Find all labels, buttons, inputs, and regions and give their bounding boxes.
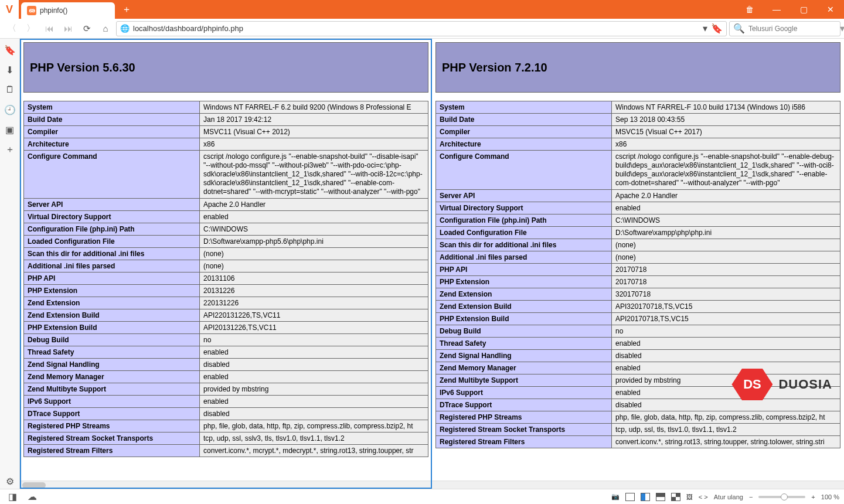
capture-icon[interactable]: 📷: [611, 493, 620, 500]
trash-button[interactable]: 🗑: [736, 0, 763, 19]
zoom-out-button[interactable]: −: [749, 493, 753, 500]
table-row: Zend Multibyte Supportprovided by mbstri…: [436, 374, 840, 387]
table-key: Build Date: [24, 114, 200, 126]
add-panel-icon[interactable]: ＋: [2, 142, 18, 157]
table-value: Windows NT FARREL-F 10.0 build 17134 (Wi…: [612, 101, 840, 114]
table-key: Zend Extension Build: [436, 301, 612, 313]
table-value: x86: [200, 138, 428, 151]
table-value: (none): [612, 239, 840, 251]
table-value: enabled: [612, 202, 840, 214]
tile-single-icon[interactable]: [625, 493, 635, 501]
scrollbar-thumb[interactable]: [22, 482, 46, 488]
table-row: Build DateSep 13 2018 00:43:55: [436, 114, 840, 126]
tile-horizontal-icon[interactable]: [656, 493, 665, 501]
right-pane[interactable]: PHP Version 7.2.10 SystemWindows NT FARR…: [432, 39, 844, 489]
table-row: Architecturex86: [436, 138, 840, 151]
downloads-panel-icon[interactable]: ⬇: [2, 62, 18, 77]
url-dropdown-icon[interactable]: ▾: [703, 23, 707, 34]
table-key: Registered Stream Socket Transports: [436, 424, 612, 436]
table-value: cscript /nologo configure.js "--enable-s…: [200, 151, 428, 199]
table-row: Zend Extension220131226: [24, 297, 428, 309]
table-key: Zend Memory Manager: [24, 371, 200, 383]
horizontal-scrollbar[interactable]: [20, 481, 844, 489]
search-input[interactable]: [748, 25, 836, 33]
table-row: Zend Extension BuildAPI320170718,TS,VC15: [436, 301, 840, 313]
table-row: Configure Commandcscript /nologo configu…: [436, 151, 840, 190]
table-value: (none): [612, 251, 840, 264]
minimize-button[interactable]: —: [763, 0, 790, 19]
url-field[interactable]: 🌐 ▾ 🔖: [116, 21, 727, 36]
reload-button[interactable]: ⟳: [79, 21, 95, 37]
table-value: C:\WINDOWS: [612, 214, 840, 227]
table-key: Virtual Directory Support: [436, 202, 612, 214]
table-key: Scan this dir for additional .ini files: [24, 248, 200, 260]
tab-title: phpinfo(): [40, 6, 67, 15]
table-value: C:\WINDOWS: [200, 223, 428, 236]
table-value: 20170718: [612, 264, 840, 276]
settings-icon[interactable]: ⚙: [2, 474, 18, 489]
table-key: Server API: [24, 199, 200, 211]
titlebar: V ഌ phpinfo() ＋ 🗑 — ▢ ✕: [0, 0, 844, 19]
tile-grid-icon[interactable]: [671, 493, 680, 501]
reset-zoom-button[interactable]: Atur ulang: [714, 493, 743, 500]
back-button[interactable]: 〈: [4, 21, 20, 37]
table-key: Debug Build: [436, 325, 612, 338]
tile-vertical-icon[interactable]: [641, 493, 650, 501]
forward-button[interactable]: 〉: [22, 21, 39, 37]
table-row: Scan this dir for additional .ini files(…: [24, 248, 428, 260]
bookmark-icon[interactable]: 🔖: [711, 23, 723, 34]
table-key: Additional .ini files parsed: [24, 260, 200, 273]
rewind-button[interactable]: ⏮: [41, 21, 57, 37]
table-row: Configure Commandcscript /nologo configu…: [24, 151, 428, 199]
table-value: enabled: [200, 396, 428, 408]
table-key: PHP Extension Build: [24, 322, 200, 334]
zoom-in-button[interactable]: +: [811, 493, 815, 500]
page-actions-icon[interactable]: < >: [699, 493, 708, 500]
phpinfo-table-left: SystemWindows NT FARREL-F 6.2 build 9200…: [23, 101, 428, 457]
window-panel-icon[interactable]: ▣: [2, 122, 18, 137]
images-toggle-icon[interactable]: 🖼: [686, 493, 693, 500]
zoom-slider-thumb[interactable]: [781, 493, 788, 500]
table-value: 220131226: [200, 297, 428, 309]
maximize-button[interactable]: ▢: [790, 0, 817, 19]
table-row: Loaded Configuration FileD:\Software\xam…: [436, 227, 840, 239]
browser-tab[interactable]: ഌ phpinfo(): [21, 2, 115, 19]
table-value: enabled: [200, 346, 428, 359]
table-key: Thread Safety: [24, 346, 200, 359]
table-value: D:\Software\xampp\php\php.ini: [612, 227, 840, 239]
new-tab-button[interactable]: ＋: [120, 2, 134, 16]
table-row: SystemWindows NT FARREL-F 10.0 build 171…: [436, 101, 840, 114]
table-value: (none): [200, 248, 428, 260]
table-value: enabled: [200, 211, 428, 223]
table-row: PHP Extension20131226: [24, 285, 428, 297]
zoom-slider[interactable]: [758, 496, 805, 498]
table-key: Registered Stream Filters: [24, 445, 200, 457]
left-pane[interactable]: PHP Version 5.6.30 SystemWindows NT FARR…: [20, 39, 432, 489]
home-button[interactable]: ⌂: [97, 21, 114, 37]
table-row: Server APIApache 2.0 Handler: [436, 190, 840, 202]
sync-icon[interactable]: ☁: [25, 489, 40, 505]
table-value: no: [612, 325, 840, 338]
table-row: Registered Stream Filtersconvert.iconv.*…: [24, 445, 428, 457]
table-value: php, file, glob, data, http, ftp, zip, c…: [200, 420, 428, 433]
table-row: Debug Buildno: [24, 334, 428, 346]
fastforward-button[interactable]: ⏭: [60, 21, 76, 37]
notes-panel-icon[interactable]: 🗒: [2, 82, 18, 97]
vivaldi-logo[interactable]: V: [0, 0, 19, 19]
url-input[interactable]: [133, 24, 699, 33]
history-panel-icon[interactable]: 🕘: [2, 102, 18, 117]
globe-icon: 🌐: [120, 24, 130, 33]
table-key: Compiler: [24, 126, 200, 138]
table-row: SystemWindows NT FARREL-F 6.2 build 9200…: [24, 101, 428, 114]
search-field[interactable]: 🔍 ▾: [729, 21, 840, 36]
table-key: Scan this dir for additional .ini files: [436, 239, 612, 251]
bookmarks-panel-icon[interactable]: 🔖: [2, 42, 18, 57]
table-value: disabled: [200, 359, 428, 371]
table-row: IPv6 Supportenabled: [24, 396, 428, 408]
table-key: Zend Signal Handling: [24, 359, 200, 371]
close-button[interactable]: ✕: [817, 0, 844, 19]
panel-toggle-icon[interactable]: ◨: [5, 489, 20, 505]
table-row: IPv6 Supportenabled: [436, 387, 840, 399]
table-row: Registered PHP Streamsphp, file, glob, d…: [436, 411, 840, 424]
search-dropdown-icon[interactable]: ▾: [840, 23, 844, 34]
